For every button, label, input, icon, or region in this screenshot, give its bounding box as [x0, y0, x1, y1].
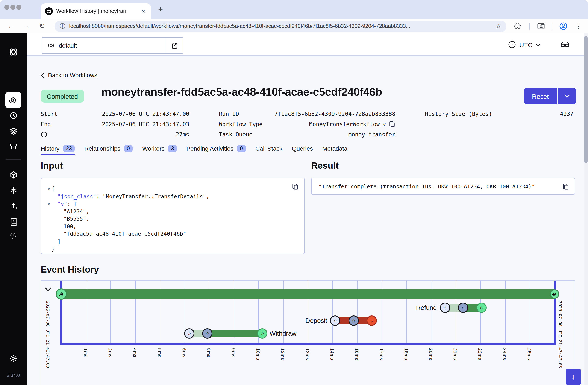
workflow-type-link[interactable]: MoneyTransferWorkflow [309, 121, 380, 127]
diamond-icon: ◇ [443, 306, 446, 310]
cube-icon [9, 171, 18, 179]
meta-row-run-id: Run ID 7f1ac8f5-6b32-4309-9204-728aab833… [219, 108, 395, 119]
workflow-detail-page: Back to Workflows Completed moneytransfe… [27, 56, 588, 385]
page-scrollbar-thumb[interactable] [584, 36, 588, 163]
diamond-icon: ◇ [352, 319, 355, 322]
result-block: "Transfer complete (transaction IDs: OKW… [311, 178, 575, 195]
tab-metadata[interactable]: Metadata [322, 142, 347, 154]
copy-icon[interactable] [389, 121, 395, 127]
task-queue-link[interactable]: money-transfer [348, 131, 395, 138]
tab-search-icon[interactable] [537, 22, 546, 31]
activity-label-withdraw: Withdraw [270, 329, 296, 338]
timezone-select[interactable]: UTC [508, 39, 541, 51]
activity-event-scheduled-withdraw[interactable]: ◇ [184, 328, 194, 339]
axis-tick-label: 9ms [231, 348, 236, 357]
workflow-end-badge[interactable] [550, 289, 559, 299]
sidebar-item-archival[interactable] [0, 142, 27, 151]
sidebar-item-nexus[interactable] [0, 171, 27, 179]
namespace-current[interactable]: default [42, 38, 166, 53]
history-size-label: History Size (Bytes) [425, 110, 492, 117]
activity-event-completed-refund[interactable]: ◇ [476, 303, 487, 313]
meta-column-times: Start 2025-07-06 UTC 21:43:47.00 End 202… [41, 108, 189, 139]
extensions-icon[interactable] [513, 22, 522, 30]
tab-close-icon[interactable]: × [140, 8, 147, 15]
filter-icon[interactable]: ▽ [383, 121, 386, 127]
result-heading: Result [311, 161, 339, 171]
workflows-spiral-icon [9, 95, 18, 105]
reset-button[interactable]: Reset [524, 88, 557, 104]
tab-pending-activities[interactable]: Pending Activities0 [187, 142, 246, 154]
tab-workers[interactable]: Workers3 [142, 142, 177, 154]
bookmark-star-icon[interactable]: ☆ [496, 23, 501, 30]
window-close-button[interactable] [4, 5, 9, 10]
profile-icon[interactable] [559, 22, 568, 31]
workflow-start-badge[interactable] [56, 288, 67, 299]
tab-history[interactable]: History23 [41, 142, 75, 154]
window-zoom-button[interactable] [16, 5, 21, 10]
activity-event-completed-withdraw[interactable]: ◇ [257, 328, 267, 339]
reload-button[interactable]: ↻ [37, 22, 47, 31]
copy-result-button[interactable] [562, 183, 569, 192]
timeline-axis-bar[interactable] [61, 342, 554, 345]
activity-event-failed-deposit[interactable]: ◇ [367, 316, 377, 326]
archive-box-icon [9, 142, 18, 151]
axis-tick-label: 18ms [404, 348, 409, 360]
axis-tick-label: 4ms [132, 348, 138, 357]
chevron-down-icon [564, 94, 570, 98]
reset-menu-button[interactable] [558, 88, 576, 104]
timeline-collapse-button[interactable] [45, 285, 51, 293]
sidebar-item-namespaces[interactable] [0, 127, 27, 136]
timezone-label: UTC [519, 41, 533, 48]
axis-tick-label: 20ms [428, 348, 434, 360]
temporal-logo-icon[interactable] [0, 46, 27, 58]
schedule-clock-icon [9, 111, 18, 120]
diamond-icon: ◇ [462, 306, 465, 310]
chevron-down-icon [45, 287, 51, 291]
browser-window: Workflow History | moneytran × + ← → ↻ ⓘ… [0, 0, 588, 385]
sidebar-item-workflows[interactable] [5, 92, 21, 108]
namespace-icon [47, 42, 55, 49]
result-value: "Transfer complete (transaction IDs: OKW… [318, 183, 535, 190]
tab-label: Call Stack [255, 145, 282, 152]
temporal-app: ♡ 2.34.0 default [0, 33, 588, 385]
activity-event-started-deposit[interactable]: ◇ [349, 316, 359, 326]
workflow-execution-bar[interactable] [61, 289, 554, 299]
clock-icon [508, 40, 516, 49]
sidebar-item-batch-operations[interactable] [0, 186, 27, 195]
site-info-icon[interactable]: ⓘ [60, 22, 65, 30]
sidebar-item-schedules[interactable] [0, 111, 27, 120]
scroll-to-bottom-button[interactable]: ↓ [566, 369, 581, 385]
namespace-open-button[interactable] [166, 38, 183, 53]
sidebar-item-feedback[interactable]: ♡ [0, 233, 27, 241]
theme-toggle[interactable] [0, 354, 27, 363]
browser-tab[interactable]: Workflow History | moneytran × [41, 3, 151, 19]
tab-queries[interactable]: Queries [292, 142, 313, 154]
glasses-icon [560, 40, 570, 50]
sidebar-item-docs[interactable] [0, 217, 27, 226]
address-bar[interactable]: ⓘ localhost:8080/namespaces/default/work… [55, 21, 506, 32]
code-line: 100, [51, 223, 76, 230]
tab-call-stack[interactable]: Call Stack [255, 142, 282, 154]
activity-event-scheduled-refund[interactable]: ◇ [440, 303, 450, 313]
namespace-select[interactable]: default [42, 37, 183, 54]
end-value: 2025-07-06 UTC 21:43:47.03 [102, 121, 189, 127]
forward-button[interactable]: → [21, 22, 32, 30]
copy-input-button[interactable] [292, 183, 299, 192]
sidebar-item-import-export[interactable] [0, 202, 27, 211]
back-button[interactable]: ← [6, 22, 16, 30]
labs-mode-toggle[interactable] [560, 40, 570, 51]
activity-running-bar-withdraw[interactable] [208, 330, 262, 337]
json-collapse-caret-icon[interactable]: ∨ [46, 187, 51, 191]
browser-menu-icon[interactable]: ⋮ [575, 22, 582, 30]
back-to-workflows-link[interactable]: Back to Workflows [41, 72, 97, 79]
axis-tick-label: 22ms [478, 348, 483, 360]
new-tab-button[interactable]: + [156, 5, 165, 14]
meta-row-duration: 27ms [41, 129, 189, 139]
tab-relationships[interactable]: Relationships0 [84, 142, 133, 154]
docs-book-icon [9, 217, 18, 226]
json-collapse-caret-icon[interactable]: ∨ [46, 201, 51, 206]
chevron-left-icon [41, 72, 45, 78]
window-minimize-button[interactable] [10, 5, 16, 10]
axis-tick-label: 16ms [354, 348, 359, 360]
event-history-heading: Event History [41, 264, 99, 275]
